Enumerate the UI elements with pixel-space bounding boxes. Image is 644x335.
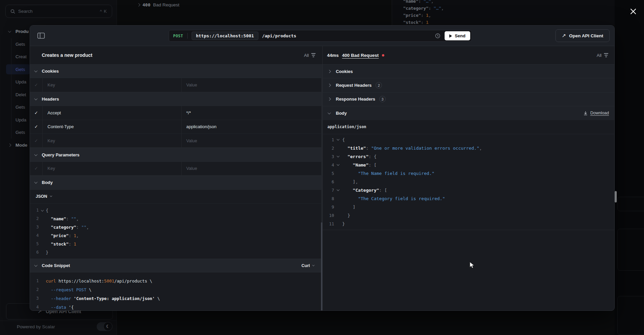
sidebar-item-label: Produ bbox=[15, 29, 29, 34]
sidebar-item-label: Upda bbox=[15, 79, 26, 84]
response-duration: 44ms bbox=[327, 53, 339, 58]
query-params-section-header[interactable]: Query Parameters bbox=[30, 148, 322, 161]
sidebar-footer-divider bbox=[0, 321, 117, 321]
row-checkbox[interactable]: ✓ bbox=[30, 162, 43, 175]
row-checkbox[interactable]: ✓ bbox=[30, 78, 43, 91]
count-badge: 3 bbox=[379, 96, 386, 102]
chevron-down-icon bbox=[328, 111, 331, 114]
sidebar-item-label: Gets bbox=[15, 105, 25, 110]
sidebar-item-label: Gets bbox=[15, 67, 25, 72]
chevron-down-icon bbox=[34, 153, 38, 156]
search-shortcut: ^ K bbox=[100, 9, 107, 14]
doc-status-heading[interactable]: 400 Bad Request bbox=[137, 1, 180, 8]
sidebar-item-label: Mode bbox=[15, 143, 27, 148]
example-card bbox=[617, 296, 644, 335]
value-input[interactable]: Value bbox=[182, 134, 322, 147]
chevron-right-icon bbox=[328, 70, 331, 73]
example-card bbox=[617, 197, 644, 211]
close-button[interactable] bbox=[627, 5, 639, 17]
response-status[interactable]: 400 Bad Request bbox=[342, 53, 379, 58]
key-input[interactable]: Key bbox=[43, 78, 182, 91]
request-body-editor[interactable]: 1{2 "name": "",3 "category": "",4 "price… bbox=[30, 203, 322, 259]
open-api-client-button[interactable]: ↗ Open API Client bbox=[555, 29, 610, 42]
code-snippet-block: 1curl https://localhost:5001/api/product… bbox=[30, 272, 322, 311]
snippet-language-select[interactable]: Curl bbox=[301, 263, 322, 268]
page-scrollbar-thumb[interactable] bbox=[615, 191, 617, 202]
sidebar-item-label: Upda bbox=[15, 117, 26, 122]
download-link[interactable]: Download bbox=[583, 111, 615, 115]
filter-icon bbox=[604, 53, 608, 57]
method-badge: POST bbox=[173, 34, 183, 38]
chevron-right-icon bbox=[137, 3, 140, 6]
filter-icon bbox=[311, 53, 316, 57]
row-checkbox[interactable]: ✓ bbox=[30, 106, 43, 119]
panel-left-icon bbox=[37, 32, 45, 39]
send-button[interactable]: Send bbox=[445, 31, 470, 40]
chevron-down-icon bbox=[34, 69, 38, 72]
request-pane: Creates a new product All Cookies ✓ Key … bbox=[30, 46, 322, 311]
chevron-down-icon bbox=[8, 29, 11, 33]
header-row-empty: ✓ Key Value bbox=[30, 134, 322, 148]
key-input[interactable]: Accept bbox=[43, 106, 182, 119]
operation-title: Creates a new product bbox=[42, 52, 92, 58]
value-input[interactable]: */* bbox=[182, 106, 322, 119]
response-body-viewer[interactable]: 1{2 "title": "One or more validation err… bbox=[323, 134, 615, 230]
response-cookies-section[interactable]: Cookies bbox=[323, 64, 615, 78]
search-placeholder: Search bbox=[18, 9, 33, 14]
moon-icon: ☾ bbox=[103, 322, 112, 331]
history-icon[interactable] bbox=[435, 33, 441, 39]
request-headers-section[interactable]: Request Headers 2 bbox=[323, 78, 615, 92]
sidebar-toggle-button[interactable] bbox=[37, 32, 45, 40]
api-client-modal: POST https://localhost:5001 /api/product… bbox=[30, 25, 615, 311]
headers-section-header[interactable]: Headers bbox=[30, 92, 322, 106]
chevron-right-icon bbox=[328, 98, 331, 101]
example-card bbox=[617, 229, 644, 271]
value-input[interactable]: Value bbox=[182, 162, 322, 175]
cookie-row: ✓ Key Value bbox=[30, 78, 322, 92]
key-input[interactable]: Content-Type bbox=[43, 120, 182, 134]
request-path-input[interactable]: /api/products bbox=[262, 33, 296, 38]
request-filter-button[interactable]: All bbox=[304, 53, 316, 58]
key-input[interactable]: Key bbox=[43, 162, 182, 175]
row-checkbox[interactable]: ✓ bbox=[30, 120, 43, 134]
close-icon bbox=[630, 8, 637, 15]
chevron-down-icon bbox=[34, 180, 38, 184]
code-snippet-section-header[interactable]: Code Snippet Curl bbox=[30, 259, 322, 272]
value-input[interactable]: application/json bbox=[182, 120, 322, 134]
response-body-section[interactable]: Body Download bbox=[323, 106, 615, 120]
body-section-header[interactable]: Body bbox=[30, 176, 322, 189]
value-input[interactable]: Value bbox=[182, 78, 322, 91]
response-headers-section[interactable]: Response Headers 3 bbox=[323, 92, 615, 106]
search-icon bbox=[10, 9, 15, 14]
body-format-select[interactable]: JSON bbox=[30, 190, 322, 203]
divider bbox=[187, 33, 188, 39]
response-content-type: application/json bbox=[323, 120, 615, 134]
key-input[interactable]: Key bbox=[43, 134, 182, 147]
download-icon bbox=[583, 111, 588, 115]
powered-by-label: Powered by Scalar bbox=[17, 324, 55, 329]
arrow-up-right-icon: ↗ bbox=[562, 33, 566, 39]
header-row-content-type: ✓ Content-Type application/json bbox=[30, 120, 322, 134]
mouse-cursor bbox=[470, 262, 475, 270]
header-row-accept: ✓ Accept */* bbox=[30, 106, 322, 120]
chevron-right-icon bbox=[8, 143, 11, 147]
chevron-down-icon bbox=[34, 97, 38, 100]
sidebar-item-label: Gets bbox=[15, 42, 25, 47]
cookies-section-header[interactable]: Cookies bbox=[30, 64, 322, 78]
response-filter-button[interactable]: All bbox=[597, 53, 608, 58]
sidebar-item-label: Gets bbox=[15, 130, 25, 135]
chevron-down-icon bbox=[50, 195, 52, 197]
chevron-down-icon bbox=[34, 263, 38, 267]
page-right-margin bbox=[615, 0, 644, 335]
doc-code-example-panel: "name": "…","category": "…","price": 1,"… bbox=[392, 0, 644, 25]
address-bar[interactable]: POST https://localhost:5001 /api/product… bbox=[169, 30, 472, 42]
sidebar-item-label: Creat bbox=[15, 54, 27, 59]
row-checkbox[interactable]: ✓ bbox=[30, 134, 43, 147]
base-url-select[interactable]: https://localhost:5001 bbox=[192, 32, 258, 40]
play-icon bbox=[449, 34, 452, 38]
status-code-label: 400 bbox=[142, 2, 150, 7]
search-input[interactable]: Search ^ K bbox=[5, 5, 112, 18]
dark-mode-toggle[interactable]: ☾ bbox=[97, 322, 112, 331]
status-error-dot bbox=[382, 54, 384, 57]
chevron-right-icon bbox=[328, 84, 331, 87]
